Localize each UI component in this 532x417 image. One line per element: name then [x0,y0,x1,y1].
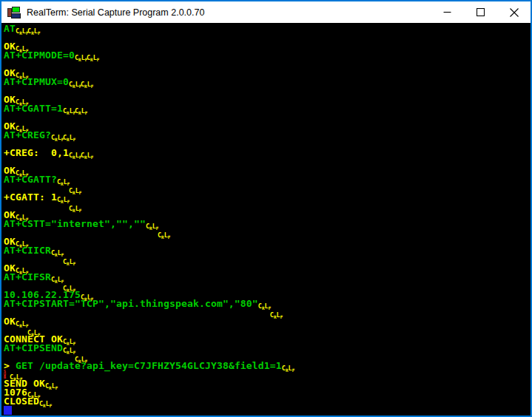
terminal-line: ATCRLFCRLF [4,24,531,33]
crlf-control-glyph: CRLF [69,184,81,193]
terminal-line: AT+CGATT?CRLF [4,175,531,184]
terminal-line: OKCRLF [4,317,531,326]
crlf-control-glyph: CRLF [63,282,75,291]
terminal-line: OKCRLF [4,237,531,246]
terminal-text: AT [4,23,16,34]
crlf-control-glyph: CRLF [258,299,270,308]
crlf-control-glyph: CRLF [16,317,27,326]
minimize-icon [443,8,451,16]
terminal-text: GET /update?api_key=C7JFHZY54GLCJY38&fie… [16,360,282,371]
crlf-control-glyph: CRLF [16,69,27,78]
crlf-control-glyph: CRLF [45,379,57,388]
terminal-line [4,140,531,149]
terminal-line: CRLF [4,308,531,317]
crlf-control-glyph: CRLF [75,353,87,362]
crlf-control-glyph: CRLF [158,228,169,237]
crlf-control-glyph: CRLF [16,24,27,33]
crlf-control-glyph: CRLF [146,220,158,228]
terminal-line: OKCRLF [4,69,531,78]
crlf-control-glyph: CRLF [27,24,39,33]
crlf-control-glyph: CRLF [51,273,63,282]
crlf-control-glyph: CRLF [69,202,81,211]
terminal-line: CRLF [4,202,531,211]
terminal-line: AT+CIPMODE=0CRLFCRLF [4,51,531,60]
terminal-line: OKCRLF [4,42,531,51]
terminal-text: AT+CIPMUX=0 [4,76,69,87]
crlf-control-glyph: CRLF [270,308,282,317]
crlf-control-glyph: CRLF [16,211,27,220]
terminal-text: AT+CIPMODE=0 [4,50,75,61]
terminal-line: +CREG: 0,1CRLFCRLF [4,149,531,157]
terminal-line: 1076CRLF [4,388,531,397]
crlf-control-glyph: CRLF [16,237,27,246]
crlf-control-glyph: CRLF [63,104,75,113]
crlf-control-glyph: CRLF [81,78,92,87]
realterm-window: RealTerm: Serial Capture Program 2.0.0.7… [0,0,532,417]
crlf-control-glyph: CRLF [57,175,69,184]
crlf-control-glyph: CRLF [57,193,69,202]
terminal-line [4,87,531,95]
terminal-line: SEND OKCRLF [4,379,531,388]
crlf-control-glyph: CRLF [16,122,27,131]
terminal-line: AT+CIFSRCRLF [4,273,531,282]
terminal-line [4,60,531,69]
app-icon-monitor-base [11,13,21,18]
terminal-line: > GET /update?api_key=C7JFHZY54GLCJY38&f… [4,362,531,370]
terminal-text: +CREG: 0,1 [4,147,69,158]
terminal-line: OKCRLF [4,264,531,273]
crlf-control-glyph: CRLF [16,95,27,104]
crlf-control-glyph: CRLF [39,397,51,406]
realterm-app-icon [7,7,21,18]
close-icon [510,8,519,17]
app-icon-screen [12,7,20,13]
crlf-control-glyph: CRLF [87,51,98,60]
window-title: RealTerm: Serial Capture Program 2.0.0.7… [27,7,431,18]
terminal-line: AT+CIPMUX=0CRLFCRLF [4,78,531,87]
crlf-control-glyph: CRLF [10,370,21,379]
terminal-cursor [4,406,12,415]
terminal-line: OKCRLF [4,122,531,131]
crlf-control-glyph: CRLF [16,42,27,51]
title-bar[interactable]: RealTerm: Serial Capture Program 2.0.0.7… [1,1,531,23]
terminal-output[interactable]: ATCRLFCRLFOKCRLFAT+CIPMODE=0CRLFCRLFOKCR… [1,23,531,416]
terminal-line: AT+CGATT=1CRLFCRLF [4,104,531,113]
terminal-line: 10.106.22.175CRLF [4,291,531,299]
terminal-line [4,157,531,166]
terminal-line [4,113,531,122]
crlf-control-glyph: CRLF [63,335,75,344]
close-button[interactable] [497,1,531,23]
crlf-control-glyph: CRLF [16,166,27,175]
window-controls [431,1,531,23]
terminal-line: OKCRLF [4,95,531,104]
maximize-button[interactable] [464,1,497,23]
crlf-control-glyph: CRLF [63,255,75,264]
terminal-line: SUBCRLF [4,370,531,379]
crlf-control-glyph: CRLF [75,104,87,113]
crlf-control-glyph: CRLF [75,51,87,60]
crlf-control-glyph: CRLF [69,149,81,157]
terminal-text: AT+CGATT=1 [4,103,63,114]
terminal-line [4,406,531,415]
terminal-line: OKCRLF [4,166,531,175]
terminal-line: AT+CIPSENDCRLF [4,344,531,353]
terminal-line: CRLF [4,255,531,264]
terminal-line: CONNECT OKCRLF [4,335,531,344]
terminal-line: CRLF [4,326,531,335]
terminal-line: AT+CREG?CRLFCRLF [4,131,531,140]
crlf-control-glyph: CRLF [63,131,75,140]
crlf-control-glyph: CRLF [27,388,39,397]
terminal-line: CLOSEDCRLF [4,397,531,406]
terminal-line: AT+CIICRCRLF [4,246,531,255]
crlf-control-glyph: CRLF [51,131,63,140]
crlf-control-glyph: CRLF [282,362,294,370]
terminal-line: CRLF [4,228,531,237]
crlf-control-glyph: CRLF [16,264,27,273]
crlf-control-glyph: CRLF [81,149,92,157]
crlf-control-glyph: CRLF [51,246,63,255]
terminal-line [4,33,531,42]
crlf-control-glyph: CRLF [81,291,92,299]
terminal-line: CRLF [4,184,531,193]
crlf-control-glyph: CRLF [27,326,39,335]
crlf-control-glyph: CRLF [69,78,81,87]
minimize-button[interactable] [431,1,464,23]
